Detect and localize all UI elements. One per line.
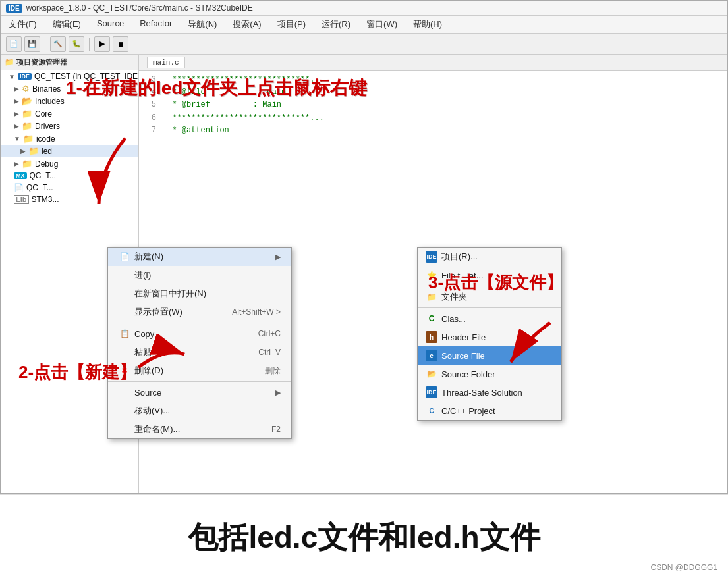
toolbar-sep-2 [89, 38, 90, 51]
ctx-item-show-pos[interactable]: 显示位置(W) Alt+Shift+W > [108, 303, 291, 321]
ide-badge: IDE [18, 73, 32, 80]
ctx-label-move: 移动(V)... [134, 405, 170, 417]
ctx-shortcut-delete: 删除 [265, 365, 281, 377]
file-icon-qc2: 📄 [14, 183, 24, 192]
line-code-6: *****************************... [163, 112, 324, 124]
menu-file[interactable]: 文件(F) [6, 18, 40, 31]
menu-run[interactable]: 运行(R) [319, 18, 353, 31]
open-window-icon [119, 288, 130, 300]
move-icon [119, 405, 130, 417]
menu-refactor[interactable]: Refactor [137, 18, 175, 31]
toolbar-btn-build[interactable]: 🔨 [50, 36, 66, 52]
tree-label-qc1: QC_T... [30, 171, 57, 180]
arrow-icon-debug: ▶ [14, 160, 19, 167]
menu-source[interactable]: Source [94, 18, 126, 31]
ctx-shortcut-show-pos: Alt+Shift+W > [232, 307, 281, 317]
submenu-label-header: Header File [441, 332, 486, 342]
bottom-section: 包括led.c文件和led.h文件 CSDN @DDGGG1 [0, 494, 728, 580]
arrow-icon-led: ▶ [20, 147, 26, 155]
arrow-right-2 [132, 334, 191, 377]
menu-window[interactable]: 窗口(W) [364, 18, 400, 31]
submenu-label-cpp: C/C++ Project [441, 406, 495, 416]
ctx-arrow-new: ▶ [275, 253, 281, 261]
menu-project[interactable]: 项目(P) [275, 18, 308, 31]
toolbar: 📄 💾 🔨 🐛 ▶ ⏹ [1, 34, 727, 55]
submenu-class-icon: C [426, 313, 437, 325]
arrow-right-3 [497, 316, 563, 371]
submenu-ide2-icon: IDE [426, 386, 437, 398]
submenu-item-project[interactable]: IDE 项目(R)... [418, 248, 561, 266]
goto-icon [119, 269, 130, 281]
ctx-item-move[interactable]: 移动(V)... [108, 402, 291, 420]
annotation-step1: 1-在新建的led文件夹上点击鼠标右键 [66, 76, 367, 101]
active-tab-label[interactable]: main.c [147, 57, 185, 68]
tree-label-icode: icode [36, 134, 55, 144]
menu-search[interactable]: 搜索(A) [230, 18, 264, 31]
arrow-icon: ▼ [9, 73, 15, 80]
submenu-cpp-icon: C [426, 405, 437, 417]
submenu-h-icon: h [426, 331, 437, 343]
submenu-sfolder-icon: 📂 [426, 368, 437, 380]
arrow-icon-includes: ▶ [14, 97, 19, 105]
arrow-icon-core: ▶ [14, 110, 19, 117]
ctx-item-goto[interactable]: 进(I) [108, 266, 291, 284]
toolbar-btn-debug[interactable]: 🐛 [69, 36, 84, 52]
submenu-c-icon: c [426, 350, 437, 361]
tree-item-core[interactable]: ▶ 📁 Core [1, 107, 138, 120]
arrow-icon-binaries: ▶ [14, 85, 19, 92]
toolbar-btn-new[interactable]: 📄 [6, 36, 22, 52]
tree-label-qc2: QC_T... [26, 183, 53, 192]
new-icon: 📄 [119, 251, 130, 263]
ctx-item-source[interactable]: Source ▶ [108, 383, 291, 402]
submenu-item-thread[interactable]: IDE Thread-Safe Solution [418, 383, 561, 402]
toolbar-btn-run[interactable]: ▶ [94, 36, 110, 52]
submenu-item-cpp-project[interactable]: C C/C++ Project [418, 402, 561, 420]
tree-label-stm: STM3... [32, 195, 59, 204]
menu-help[interactable]: 帮助(H) [410, 18, 445, 31]
submenu-label-source-text: Source File [441, 351, 485, 361]
folder-icon-icode: 📁 [23, 134, 34, 144]
folder-icon-drivers: 📁 [22, 121, 32, 131]
submenu-label-thread: Thread-Safe Solution [441, 388, 522, 398]
menu-edit[interactable]: 编辑(E) [50, 18, 84, 31]
toolbar-btn-stop[interactable]: ⏹ [113, 36, 128, 52]
line-num-5: 5 [139, 99, 163, 111]
show-pos-icon [119, 306, 130, 318]
code-line-7: 7 * @attention [139, 124, 727, 137]
tree-label-includes-text: Includes [35, 97, 65, 106]
arrow-icon-drivers: ▶ [14, 122, 19, 130]
arrow-icon-icode: ▼ [14, 135, 20, 142]
sidebar-title: 项目资源管理器 [16, 57, 67, 67]
menu-nav[interactable]: 导航(N) [185, 18, 219, 31]
editor-tab: main.c [139, 55, 727, 71]
folder-icon-header: 📁 [5, 58, 14, 66]
ctx-item-new[interactable]: 📄 新建(N) ▶ [108, 248, 291, 266]
mx-badge: MX [14, 172, 27, 179]
tree-label-led: led [42, 147, 52, 156]
ctx-label-source: Source [134, 388, 161, 398]
tree-item-drivers[interactable]: ▶ 📁 Drivers [1, 120, 138, 132]
annotation-step3: 3-点击【源文件】 [428, 271, 563, 294]
ctx-shortcut-copy: Ctrl+C [258, 329, 281, 338]
submenu-label-project: 项目(R)... [441, 251, 478, 263]
paste-icon [119, 346, 130, 358]
ctx-label-open-window: 在新窗口中打开(N) [134, 288, 206, 300]
folder-icon-includes: 📂 [22, 96, 32, 106]
tree-label-drivers: Drivers [35, 122, 60, 131]
code-line-6: 6 *****************************... [139, 112, 727, 124]
line-code-5: * @brief : Main [163, 99, 281, 111]
toolbar-btn-save[interactable]: 💾 [24, 36, 40, 52]
ctx-item-rename[interactable]: 重命名(M)... F2 [108, 420, 291, 438]
folder-icon-core: 📁 [22, 109, 32, 119]
line-num-7: 7 [139, 124, 163, 137]
ctx-item-open-window[interactable]: 在新窗口中打开(N) [108, 284, 291, 303]
ctx-label-goto: 进(I) [134, 269, 151, 281]
ctx-label-new: 新建(N) [134, 251, 163, 263]
submenu-ide-icon: IDE [426, 251, 437, 263]
menu-bar: 文件(F) 编辑(E) Source Refactor 导航(N) 搜索(A) … [1, 16, 727, 34]
toolbar-sep-1 [45, 38, 45, 51]
csdn-badge: CSDN @DDGGG1 [650, 563, 717, 572]
ctx-label-show-pos: 显示位置(W) [134, 306, 182, 318]
tree-label-debug: Debug [35, 159, 58, 169]
rename-icon [119, 423, 130, 435]
